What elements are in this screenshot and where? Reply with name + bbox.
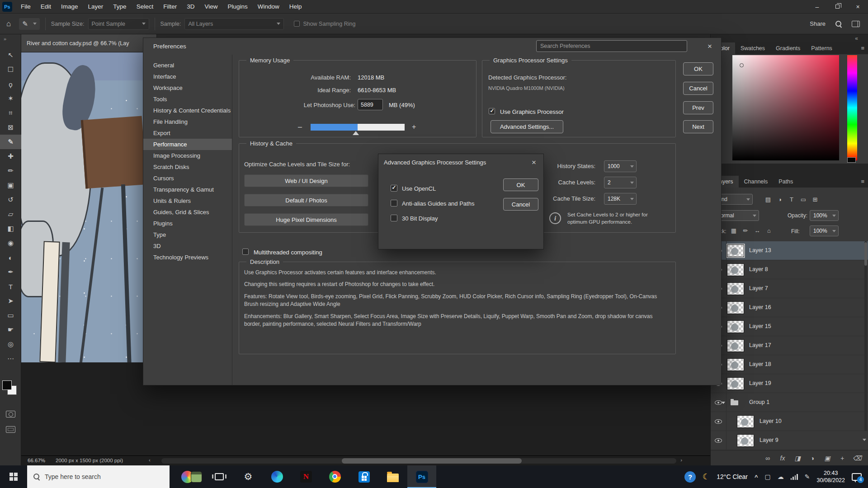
preferences-sidebar-item[interactable]: Technology Previews	[143, 252, 232, 263]
layer-thumbnail[interactable]	[727, 282, 744, 295]
share-button[interactable]: Share	[810, 20, 826, 27]
clone-stamp-tool[interactable]: ▣	[0, 178, 21, 192]
layer-thumbnail[interactable]	[727, 339, 744, 352]
layer-thumbnail[interactable]	[727, 377, 744, 390]
saturation-field[interactable]	[732, 55, 839, 160]
multithreaded-checkbox[interactable]	[242, 249, 249, 255]
hue-slider[interactable]	[847, 55, 857, 160]
gradient-tool[interactable]: ◧	[0, 221, 21, 236]
advanced-settings-button[interactable]: Advanced Settings...	[491, 120, 563, 133]
spot-healing-tool[interactable]: ✚	[0, 149, 21, 164]
edge-button[interactable]	[263, 465, 292, 488]
path-selection-tool[interactable]: ➤	[0, 294, 21, 308]
menu-item[interactable]: File	[16, 0, 36, 14]
netflix-button[interactable]: N	[292, 465, 321, 488]
layer-thumbnail[interactable]	[727, 263, 744, 276]
next-button[interactable]: Next	[683, 120, 713, 133]
preferences-sidebar-item[interactable]: Units & Rulers	[143, 195, 232, 206]
expand-toolbar-icon[interactable]: »	[4, 36, 6, 42]
cancel-button[interactable]: Cancel	[503, 198, 538, 211]
zoom-level[interactable]: 66.67%	[28, 458, 45, 463]
antialias-guides-checkbox[interactable]	[391, 200, 397, 206]
workspace-switcher-icon[interactable]	[852, 21, 860, 27]
layer-visibility-toggle[interactable]	[714, 418, 723, 425]
layer-row[interactable]: Layer 9	[711, 431, 868, 450]
ok-button[interactable]: OK	[683, 62, 713, 75]
layers-scrollbar[interactable]	[864, 241, 867, 431]
preferences-sidebar-item[interactable]: Image Processing	[143, 150, 232, 161]
restore-button[interactable]	[827, 0, 848, 14]
menu-item[interactable]: Image	[56, 0, 83, 14]
layer-mask-icon[interactable]: ◨	[793, 454, 802, 463]
type-tool[interactable]: T	[0, 279, 21, 294]
layer-row[interactable]: Layer 19	[711, 374, 868, 393]
panel-tab[interactable]: Swatches	[735, 42, 770, 54]
new-group-icon[interactable]: ▣	[823, 454, 832, 463]
action-center-icon[interactable]: 4	[852, 473, 862, 481]
history-brush-tool[interactable]: ↺	[0, 192, 21, 207]
weather-widget[interactable]: 12°C Clear	[717, 473, 748, 480]
adjustment-layer-filter-icon[interactable]: ◑	[774, 194, 786, 204]
layer-thumbnail[interactable]	[727, 301, 744, 314]
menu-item[interactable]: View	[199, 0, 222, 14]
scroll-left-icon[interactable]: ‹	[149, 457, 151, 463]
history-states-dropdown[interactable]: 1000	[604, 160, 637, 172]
smart-object-filter-icon[interactable]: ⊞	[809, 194, 821, 204]
lock-transparency-icon[interactable]: ▦	[728, 225, 740, 235]
sample-dropdown[interactable]: All Layers	[184, 18, 284, 30]
layer-row[interactable]: Layer 7	[711, 279, 868, 298]
quick-mask-button[interactable]	[6, 411, 15, 418]
layer-row[interactable]: Layer 15	[711, 317, 868, 336]
color-cursor[interactable]	[740, 63, 744, 67]
close-button[interactable]: ×	[704, 41, 716, 52]
preferences-sidebar-item[interactable]: Transparency & Gamut	[143, 184, 232, 195]
brush-tool[interactable]: ✏	[0, 164, 21, 178]
edit-toolbar-tool[interactable]: ⋯	[0, 352, 21, 366]
slider-minus[interactable]: –	[298, 123, 302, 131]
foreground-color-swatch[interactable]	[2, 380, 12, 390]
layer-visibility-toggle[interactable]	[714, 437, 723, 444]
menu-item[interactable]: Plugins	[222, 0, 252, 14]
menu-item[interactable]: Help	[284, 0, 307, 14]
task-view-button[interactable]	[205, 465, 234, 488]
current-color-chip[interactable]	[847, 157, 856, 163]
show-sampling-ring-checkbox[interactable]	[294, 21, 300, 27]
ram-slider[interactable]	[311, 124, 405, 131]
scrollbar-thumb[interactable]	[342, 458, 522, 464]
panel-menu-icon[interactable]: ≡	[861, 178, 864, 185]
slider-plus[interactable]: +	[412, 123, 416, 131]
adjustment-layer-icon[interactable]: ◑	[808, 454, 817, 463]
preferences-sidebar-item[interactable]: 3D	[143, 240, 232, 252]
prev-button[interactable]: Prev	[683, 101, 713, 114]
preferences-sidebar-item[interactable]: Tools	[143, 94, 232, 105]
paint-app-button[interactable]	[176, 465, 205, 488]
search-preferences-input[interactable]	[536, 40, 687, 52]
panel-tab[interactable]: Patterns	[806, 42, 838, 54]
scroll-right-icon[interactable]: ›	[680, 457, 682, 463]
layer-thumbnail[interactable]	[727, 320, 744, 333]
menu-item[interactable]: Window	[253, 0, 284, 14]
onedrive-icon[interactable]: ☁	[778, 473, 784, 480]
layer-row[interactable]: Layer 10	[711, 412, 868, 431]
menu-item[interactable]: 3D	[182, 0, 199, 14]
preferences-sidebar-item[interactable]: Export	[143, 127, 232, 139]
panel-tab[interactable]: Paths	[773, 176, 798, 188]
hidden-icons-chevron[interactable]: ^	[755, 474, 758, 480]
horizontal-scrollbar[interactable]	[161, 458, 676, 464]
scroll-down-icon[interactable]	[863, 439, 866, 441]
layer-row[interactable]: Group 1	[711, 393, 868, 412]
screen-mode-button[interactable]	[6, 426, 15, 433]
close-button[interactable]: ×	[848, 0, 868, 14]
menu-item[interactable]: Type	[108, 0, 131, 14]
layer-thumbnail[interactable]	[737, 415, 754, 428]
menu-item[interactable]: Layer	[83, 0, 108, 14]
preferences-sidebar-item[interactable]: Type	[143, 229, 232, 240]
tray-window-icon[interactable]: ▢	[764, 473, 770, 480]
move-tool[interactable]: ↖	[0, 48, 21, 62]
document-tab[interactable]: River and cotton cady.psd @ 66.7% (Lay	[21, 34, 157, 52]
crop-tool[interactable]: ⌗	[0, 106, 21, 120]
cache-tile-dropdown[interactable]: 128K	[604, 193, 637, 205]
pen-tool[interactable]: ✒	[0, 265, 21, 279]
layer-row[interactable]: Layer 8	[711, 260, 868, 279]
layer-row[interactable]: Layer 13	[711, 241, 868, 260]
